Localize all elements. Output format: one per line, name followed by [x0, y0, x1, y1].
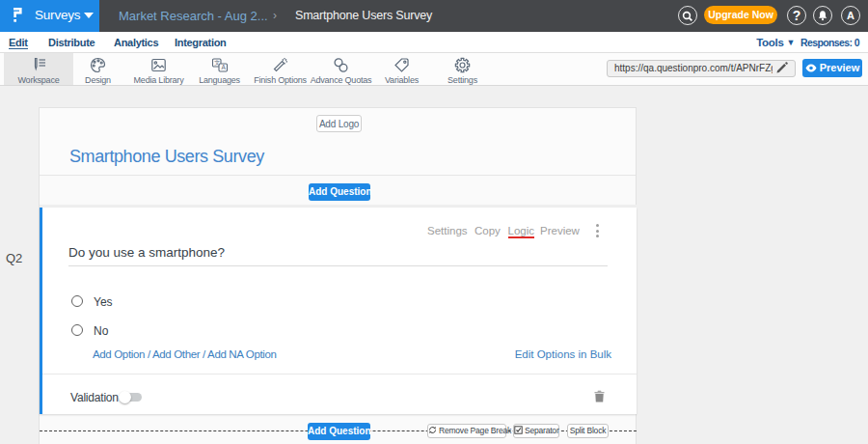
- svg-text:A: A: [221, 64, 226, 70]
- svg-text:文: 文: [214, 59, 220, 66]
